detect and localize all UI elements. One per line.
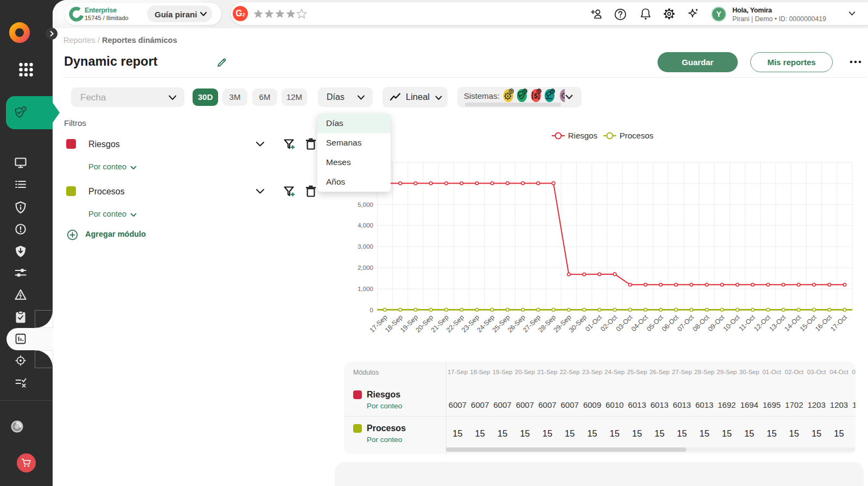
svg-text:12-Oct: 12-Oct <box>752 313 772 333</box>
svg-text:3,000: 3,000 <box>358 243 373 250</box>
svg-text:15-Oct: 15-Oct <box>799 313 818 333</box>
svg-text:5,000: 5,000 <box>358 201 373 208</box>
svg-text:02-Oct: 02-Oct <box>599 313 618 333</box>
svg-text:07-Oct: 07-Oct <box>676 313 695 333</box>
svg-text:14-Oct: 14-Oct <box>783 313 802 333</box>
svg-text:13-Oct: 13-Oct <box>768 313 787 333</box>
svg-text:09-Oct: 09-Oct <box>706 313 726 333</box>
svg-text:06-Oct: 06-Oct <box>660 313 680 333</box>
svg-text:10-Oct: 10-Oct <box>722 313 741 333</box>
svg-text:05-Oct: 05-Oct <box>645 313 665 333</box>
svg-text:03-Oct: 03-Oct <box>615 313 634 333</box>
svg-text:Riesgos: Riesgos <box>568 131 597 140</box>
svg-text:1,000: 1,000 <box>358 286 373 292</box>
svg-text:16-Oct: 16-Oct <box>814 313 833 333</box>
svg-text:2,000: 2,000 <box>358 264 373 271</box>
svg-text:4,000: 4,000 <box>358 222 373 229</box>
svg-text:08-Oct: 08-Oct <box>691 313 711 333</box>
svg-text:04-Oct: 04-Oct <box>630 313 649 333</box>
svg-text:0: 0 <box>370 307 373 313</box>
svg-text:17-Oct: 17-Oct <box>829 313 848 333</box>
svg-text:Procesos: Procesos <box>620 131 654 140</box>
svg-text:30-Sep: 30-Sep <box>567 313 588 334</box>
svg-text:$: $ <box>534 92 538 100</box>
svg-text:01-Oct: 01-Oct <box>584 313 603 333</box>
